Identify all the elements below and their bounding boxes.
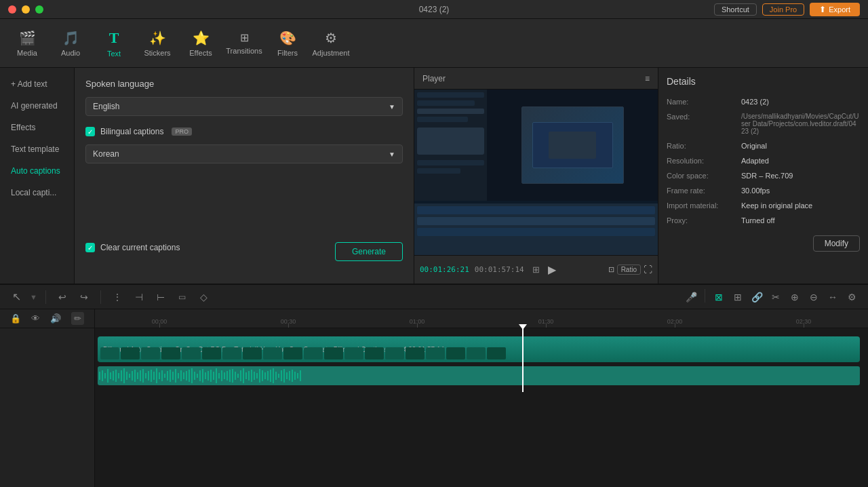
maximize-button[interactable]: [35, 5, 43, 14]
ruler-marks: 00:00 00:30 01:00 01:30 02:00: [95, 318, 868, 325]
svg-rect-51: [237, 374, 239, 378]
settings-icon[interactable]: ⚙: [844, 289, 860, 305]
sidebar-audio-icon[interactable]: 🔊: [50, 313, 61, 324]
window-title: 0423 (2): [419, 5, 450, 14]
transitions-icon: ⊞: [240, 31, 249, 44]
redo-button[interactable]: ↪: [76, 289, 92, 305]
toolbar-audio-label: Audio: [61, 49, 80, 57]
svg-rect-70: [289, 371, 290, 381]
toolbar-stickers[interactable]: ✨ Stickers: [136, 22, 179, 65]
grid-button[interactable]: ⊞: [730, 289, 746, 305]
toolbar-adjustment-label: Adjustment: [312, 49, 349, 57]
bilingual-checkbox[interactable]: ✓: [85, 127, 95, 136]
svg-rect-28: [175, 369, 176, 383]
toolbar-transitions[interactable]: ⊞ Transitions: [222, 22, 266, 65]
svg-rect-50: [235, 372, 236, 380]
toolbar-media[interactable]: 🎬 Media: [5, 22, 49, 65]
generate-button[interactable]: Generate: [335, 242, 403, 261]
left-panel-effects[interactable]: Effects: [3, 117, 71, 138]
fit-button[interactable]: ↔: [825, 289, 841, 305]
detail-resolution: Resolution: Adapted: [667, 157, 860, 165]
language-dropdown[interactable]: English ▼: [85, 97, 403, 116]
grid-view-icon[interactable]: ⊞: [532, 265, 540, 275]
join-pro-button[interactable]: Join Pro: [762, 3, 804, 16]
ruler-01:00: 01:00: [353, 318, 481, 325]
svg-rect-55: [248, 371, 250, 381]
crop-button[interactable]: ▭: [174, 289, 191, 305]
svg-rect-49: [232, 369, 233, 383]
svg-rect-11: [129, 374, 130, 378]
fullscreen-button[interactable]: ⛶: [644, 265, 652, 275]
ruler-00:00: 00:00: [95, 318, 224, 325]
sidebar-lock-icon[interactable]: 🔒: [10, 313, 21, 324]
ratio-button[interactable]: Ratio: [617, 265, 641, 275]
toolbar-adjustment[interactable]: ⚙ Adjustment: [309, 22, 353, 65]
waveform-track: [98, 366, 860, 385]
svg-rect-58: [256, 373, 258, 378]
audio-icon: 🎵: [62, 30, 79, 46]
svg-rect-6: [115, 370, 117, 382]
player-title: Player: [422, 74, 446, 83]
svg-rect-38: [202, 369, 203, 383]
title-text: 0423 (2): [419, 5, 450, 14]
pointer-dropdown-icon[interactable]: ▼: [30, 293, 37, 301]
unlink-button[interactable]: ✂: [768, 289, 784, 305]
close-button[interactable]: [8, 5, 16, 14]
timeline-ruler: 00:00 00:30 01:00 01:30 02:00: [95, 309, 868, 328]
undo-button[interactable]: ↩: [54, 289, 71, 305]
player-menu-icon[interactable]: ≡: [645, 74, 650, 83]
svg-rect-61: [264, 372, 266, 379]
link-button[interactable]: 🔗: [749, 289, 765, 305]
svg-rect-16: [142, 369, 144, 383]
titlebar: 0423 (2) Shortcut Join Pro ⬆ Export: [0, 0, 868, 19]
svg-rect-19: [151, 370, 152, 382]
toolbar-audio[interactable]: 🎵 Audio: [49, 22, 92, 65]
current-time: 00:01:26:21: [420, 265, 469, 274]
playhead[interactable]: [522, 328, 524, 392]
play-button[interactable]: ▶: [548, 263, 556, 276]
left-panel-local-captions[interactable]: Local capti...: [3, 182, 71, 203]
toolbar-separator-3: [705, 289, 705, 303]
fullscreen-expand-icon[interactable]: ⊡: [608, 265, 614, 275]
sidebar-eye-icon[interactable]: 👁: [31, 313, 40, 324]
toolbar-filters[interactable]: 🎨 Filters: [266, 22, 309, 65]
trim-left-button[interactable]: ⊣: [131, 289, 147, 305]
video-clip[interactable]: Bilingual Auto Captions On CapCut PC Pro…: [98, 336, 860, 362]
sidebar-edit-icon[interactable]: ✏: [71, 312, 84, 325]
minimize-button[interactable]: [22, 5, 30, 14]
svg-rect-4: [110, 372, 111, 379]
left-panel-ai-generated[interactable]: AI generated: [3, 96, 71, 116]
mic-button[interactable]: 🎤: [683, 289, 699, 305]
svg-rect-45: [221, 370, 222, 381]
left-panel-add-text[interactable]: + Add text: [3, 74, 71, 94]
shrink-button[interactable]: ⊖: [806, 289, 822, 305]
clear-captions-checkbox[interactable]: ✓: [85, 243, 95, 252]
svg-rect-12: [132, 371, 133, 381]
svg-rect-20: [153, 372, 155, 380]
magnify-button[interactable]: ⊕: [787, 289, 803, 305]
bilingual-checkbox-row: ✓ Bilingual captions PRO: [85, 127, 403, 136]
trim-right-button[interactable]: ⊢: [153, 289, 169, 305]
clear-captions-row: ✓ Clear current captions: [85, 243, 180, 252]
keyframe-button[interactable]: ◇: [196, 289, 212, 305]
svg-rect-52: [240, 370, 241, 381]
shortcut-button[interactable]: Shortcut: [714, 3, 757, 16]
detail-import-material: Import material: Keep in original place: [667, 201, 860, 210]
split-tool-button[interactable]: ⋮: [109, 289, 125, 305]
filters-icon: 🎨: [279, 30, 296, 46]
toolbar-text[interactable]: T Text: [92, 22, 136, 65]
export-button[interactable]: ⬆ Export: [810, 3, 860, 16]
left-panel-text-template[interactable]: Text template: [3, 139, 71, 159]
clear-captions-label: Clear current captions: [100, 243, 180, 252]
svg-rect-71: [292, 370, 293, 382]
split-view-button[interactable]: ⊠: [711, 289, 727, 305]
toolbar-media-label: Media: [17, 49, 37, 57]
pointer-tool-button[interactable]: ↖: [8, 289, 24, 305]
left-panel-auto-captions[interactable]: Auto captions: [3, 161, 71, 181]
titlebar-actions: Shortcut Join Pro ⬆ Export: [714, 3, 860, 16]
modify-button[interactable]: Modify: [813, 235, 860, 252]
svg-rect-7: [118, 373, 119, 378]
toolbar-effects[interactable]: ⭐ Effects: [179, 22, 222, 65]
detail-colorspace: Color space: SDR – Rec.709: [667, 172, 860, 180]
bilingual-language-dropdown[interactable]: Korean ▼: [85, 144, 403, 163]
